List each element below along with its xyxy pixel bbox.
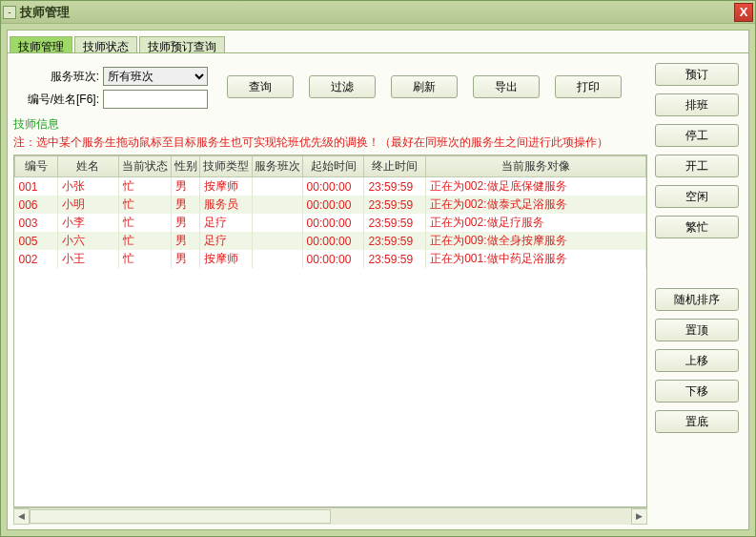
side-btn-空闲[interactable]: 空闲 xyxy=(655,185,739,208)
cell-status: 忙 xyxy=(119,196,172,214)
action-btn-2[interactable]: 刷新 xyxy=(391,75,458,98)
code-input[interactable] xyxy=(103,90,208,109)
col-header[interactable]: 服务班次 xyxy=(252,156,302,177)
cell-id: 002 xyxy=(15,250,58,268)
col-header[interactable]: 当前状态 xyxy=(119,156,172,177)
side-btn-排班[interactable]: 排班 xyxy=(655,93,739,116)
scroll-right-button[interactable]: ▶ xyxy=(631,508,647,525)
tab-1[interactable]: 技师状态 xyxy=(74,36,137,52)
cell-end: 23:59:59 xyxy=(364,214,426,232)
table-row[interactable]: 003小李忙男足疗00:00:0023:59:59正在为002:做足疗服务 xyxy=(15,214,646,232)
side-btn-开工[interactable]: 开工 xyxy=(655,155,739,177)
cell-name: 小李 xyxy=(57,214,119,232)
action-btn-3[interactable]: 导出 xyxy=(473,75,540,98)
cell-end: 23:59:59 xyxy=(364,196,426,214)
code-label: 编号/姓名[F6]: xyxy=(13,92,99,108)
side-btn-下移[interactable]: 下移 xyxy=(655,380,739,403)
cell-status: 忙 xyxy=(119,232,172,250)
cell-status: 忙 xyxy=(119,214,172,232)
table-body: 001小张忙男按摩师00:00:0023:59:59正在为002:做足底保健服务… xyxy=(15,177,646,269)
action-btn-0[interactable]: 查询 xyxy=(227,75,294,98)
cell-gender: 男 xyxy=(171,214,199,232)
cell-svc: 正在为002:做足底保健服务 xyxy=(426,177,646,196)
table-row[interactable]: 002小王忙男按摩师00:00:0023:59:59正在为001:做中药足浴服务 xyxy=(15,250,646,268)
cell-svc: 正在为002:做足疗服务 xyxy=(426,214,646,232)
scroll-track[interactable] xyxy=(30,508,631,525)
close-button[interactable]: X xyxy=(734,3,753,22)
tech-table: 编号姓名当前状态性别技师类型服务班次起始时间终止时间当前服务对像 001小张忙男… xyxy=(14,155,646,268)
cell-status: 忙 xyxy=(119,177,172,196)
action-btn-4[interactable]: 打印 xyxy=(555,75,622,98)
tab-2[interactable]: 技师预订查询 xyxy=(139,36,225,52)
col-header[interactable]: 终止时间 xyxy=(364,156,426,177)
cell-id: 001 xyxy=(15,177,58,196)
cell-status: 忙 xyxy=(119,250,172,268)
col-header[interactable]: 编号 xyxy=(15,156,58,177)
table-header-row: 编号姓名当前状态性别技师类型服务班次起始时间终止时间当前服务对像 xyxy=(15,156,646,177)
cell-gender: 男 xyxy=(171,177,199,196)
titlebar: - 技师管理 X xyxy=(1,1,755,24)
cell-start: 00:00:00 xyxy=(302,250,364,268)
table-wrap: 编号姓名当前状态性别技师类型服务班次起始时间终止时间当前服务对像 001小张忙男… xyxy=(13,155,647,507)
cell-start: 00:00:00 xyxy=(302,232,364,250)
side-btn-停工[interactable]: 停工 xyxy=(655,124,739,147)
cell-id: 003 xyxy=(15,214,58,232)
tabs: 技师管理技师状态技师预订查询 xyxy=(8,31,748,53)
cell-shift xyxy=(252,214,302,232)
cell-svc: 正在为001:做中药足浴服务 xyxy=(426,250,646,268)
fieldset-label: 技师信息 xyxy=(13,116,647,133)
cell-name: 小六 xyxy=(57,232,119,250)
h-scrollbar[interactable]: ◀ ▶ xyxy=(13,507,647,524)
scroll-thumb[interactable] xyxy=(30,509,331,524)
window-title: 技师管理 xyxy=(20,4,70,21)
scroll-left-button[interactable]: ◀ xyxy=(13,508,30,525)
action-buttons: 查询过滤刷新导出打印 xyxy=(227,67,622,107)
col-header[interactable]: 性别 xyxy=(171,156,199,177)
cell-id: 006 xyxy=(15,196,58,214)
tab-0[interactable]: 技师管理 xyxy=(10,36,72,52)
action-btn-1[interactable]: 过滤 xyxy=(309,75,376,98)
cell-svc: 正在为002:做泰式足浴服务 xyxy=(426,196,646,214)
cell-end: 23:59:59 xyxy=(364,250,426,268)
cell-name: 小王 xyxy=(57,250,119,268)
cell-shift xyxy=(252,250,302,268)
col-header[interactable]: 姓名 xyxy=(57,156,119,177)
cell-type: 足疗 xyxy=(200,232,253,250)
side-btn-置顶[interactable]: 置顶 xyxy=(655,319,739,341)
side-btn-随机排序[interactable]: 随机排序 xyxy=(655,288,739,311)
table-row[interactable]: 001小张忙男按摩师00:00:0023:59:59正在为002:做足底保健服务 xyxy=(15,177,646,196)
cell-gender: 男 xyxy=(171,250,199,268)
cell-shift xyxy=(252,196,302,214)
app-window: - 技师管理 X 技师管理技师状态技师预订查询 服务班次: 所有班次 xyxy=(0,0,756,537)
side-btn-预订[interactable]: 预订 xyxy=(655,63,739,86)
cell-type: 按摩师 xyxy=(200,250,253,268)
cell-shift xyxy=(252,177,302,196)
minimize-button[interactable]: - xyxy=(3,6,16,19)
note-text: 注：选中某个服务生拖动鼠标至目标服务生也可实现轮班优先级的调换！（最好在同班次的… xyxy=(13,134,647,151)
col-header[interactable]: 起始时间 xyxy=(302,156,364,177)
cell-name: 小张 xyxy=(57,177,119,196)
table-row[interactable]: 005小六忙男足疗00:00:0023:59:59正在为009:做全身按摩服务 xyxy=(15,232,646,250)
cell-gender: 男 xyxy=(171,196,199,214)
col-header[interactable]: 当前服务对像 xyxy=(426,156,646,177)
shift-label: 服务班次: xyxy=(13,69,99,85)
side-btn-繁忙[interactable]: 繁忙 xyxy=(655,216,739,238)
cell-end: 23:59:59 xyxy=(364,232,426,250)
cell-end: 23:59:59 xyxy=(364,177,426,196)
cell-type: 按摩师 xyxy=(200,177,253,196)
side-panel: 预订排班停工开工空闲繁忙随机排序置顶上移下移置底 xyxy=(653,53,748,529)
cell-svc: 正在为009:做全身按摩服务 xyxy=(426,232,646,250)
main-panel: 服务班次: 所有班次 编号/姓名[F6]: 查询过滤刷新导出打印 技师信息 注 xyxy=(8,53,653,529)
cell-start: 00:00:00 xyxy=(302,214,364,232)
cell-gender: 男 xyxy=(171,232,199,250)
side-btn-置底[interactable]: 置底 xyxy=(655,410,739,433)
side-btn-上移[interactable]: 上移 xyxy=(655,349,739,372)
cell-name: 小明 xyxy=(57,196,119,214)
body: 服务班次: 所有班次 编号/姓名[F6]: 查询过滤刷新导出打印 技师信息 注 xyxy=(8,53,748,529)
cell-shift xyxy=(252,232,302,250)
cell-start: 00:00:00 xyxy=(302,196,364,214)
shift-select[interactable]: 所有班次 xyxy=(103,67,208,86)
col-header[interactable]: 技师类型 xyxy=(200,156,253,177)
cell-start: 00:00:00 xyxy=(302,177,364,196)
table-row[interactable]: 006小明忙男服务员00:00:0023:59:59正在为002:做泰式足浴服务 xyxy=(15,196,646,214)
